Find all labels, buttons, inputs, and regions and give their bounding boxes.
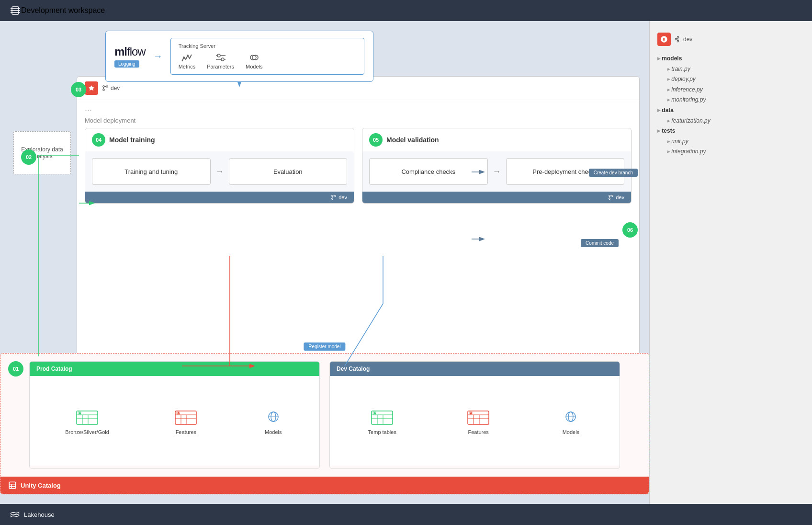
mlflow-arrow-icon: → [153,51,163,62]
svg-text:···: ··· [468,407,471,411]
svg-line-4 [677,38,677,39]
git-file-deploy: deploy.py [657,74,804,85]
git-dev-label: dev [675,36,692,43]
models-icon [248,53,260,62]
git-file-featurization: featurization.py [657,116,804,126]
git-file-train: train.py [657,64,804,75]
unity-catalog-bar: Unity Catalog [0,477,649,494]
mlflow-left: mlflow Logging [114,45,146,68]
git-file-unit: unit.py [657,137,804,147]
lakehouse-icon [10,509,20,520]
svg-line-5 [677,40,677,40]
git-provider-panel: Git provider dev models train.py deploy.… [649,0,812,525]
tracking-items: Metrics Parameters [179,53,356,69]
svg-point-26 [609,198,610,200]
register-model-label: Register model [304,342,345,351]
svg-text:···: ··· [77,407,79,411]
catalog-area: Prod Catalog A ··· [0,354,649,477]
svg-point-15 [103,86,105,88]
models-label: Models [246,64,262,69]
model-training-content: Training and tuning → Evaluation [85,151,354,192]
model-validation-footer: dev [362,192,631,203]
svg-text:···: ··· [175,407,178,411]
tracking-metrics: Metrics [179,53,195,69]
bottom-bar: Lakehouse [0,504,812,525]
model-validation-header: 05 Model validation [362,128,631,151]
model-boxes-container: 04 Model training Training and tuning → … [77,128,639,204]
top-bar-title: Development workspace [21,6,105,15]
step-06-circle: 06 [622,222,638,238]
svg-text:A: A [470,411,473,415]
prod-features-item: A ··· Features [174,407,197,435]
mlflow-logging: Logging [114,60,139,68]
git-folder-data: data [657,105,804,116]
step-01-circle: 01 [8,361,23,377]
mlflow-box: mlflow Logging → Tracking Server Metrics [105,31,373,82]
temp-tables-icon: A ··· [371,407,394,426]
git-badge [657,33,671,46]
unity-catalog-section: 01 Prod Catalog [0,353,649,494]
training-arrow-icon: → [215,167,224,177]
tracking-server-box: Tracking Server Metrics [170,38,364,75]
model-deployment-label: Model deployment [77,116,639,128]
git-file-inference: inference.py [657,85,804,95]
svg-point-16 [103,89,105,91]
bronze-icon: A ··· [76,407,99,426]
features-dev-label: Features [468,429,488,435]
dev-ws-label: dev [102,85,120,91]
metrics-icon [181,53,192,62]
svg-text:A: A [79,411,81,415]
prod-catalog-header: Prod Catalog [30,362,319,376]
step-02-circle: 02 [21,149,36,165]
create-dev-branch-label: Create dev branch [589,169,638,177]
svg-point-25 [609,195,610,197]
bottom-bar-title: Lakehouse [24,511,55,518]
commit-code-label: Commit code [581,239,619,247]
git-dev-header: dev [657,29,804,46]
step-05-circle: 05 [369,133,383,147]
git-file-integration: integration.py [657,147,804,157]
svg-point-9 [221,58,224,61]
svg-point-27 [612,195,613,197]
prod-models-item: Models [263,407,284,435]
dev-features-item: A ··· Features [467,407,490,435]
metrics-label: Metrics [179,64,195,69]
unity-icon [8,481,17,490]
bronze-label: Bronze/Silver/Gold [65,429,109,435]
dev-catalog-header: Dev Catalog [330,362,620,376]
dev-catalog: Dev Catalog A ··· [329,361,620,469]
features-prod-label: Features [176,429,196,435]
parameters-label: Parameters [207,64,234,69]
ws-dots: ... [77,100,639,116]
svg-point-20 [332,195,333,197]
svg-text:A: A [373,411,376,415]
step-03-circle: 03 [71,82,86,97]
svg-point-7 [187,55,189,57]
models-dev-icon [560,407,581,426]
mlflow-ml: ml [114,45,127,58]
unity-catalog-outer: 01 Prod Catalog [0,353,649,494]
dev-workspace-box: dev ... Model deployment 04 Model traini… [77,76,640,355]
dev-git-badge [85,81,98,95]
svg-point-17 [106,86,108,88]
git-branch-icon [102,85,109,91]
git-icon-footer-validation [608,194,614,200]
evaluation-box: Evaluation [229,158,348,185]
model-training-footer: dev [85,192,354,203]
parameters-icon [215,53,226,62]
svg-point-6 [183,57,185,58]
validation-arrow-icon: → [493,167,501,177]
step-04-circle: 04 [92,133,105,147]
dev-models-item: Models [560,407,581,435]
dev-catalog-content: A ··· Temp tables [330,376,620,466]
temp-tables-label: Temp tables [368,429,396,435]
model-validation-box: 05 Model validation Compliance checks → … [362,128,632,204]
models-dev-label: Models [563,429,579,435]
model-training-header: 04 Model training [85,128,354,151]
git-file-monitoring: monitoring.py [657,95,804,105]
svg-point-8 [217,54,220,57]
svg-point-21 [332,198,333,200]
mlflow-logo: mlflow [114,45,146,58]
git-icon-footer-training [331,194,337,200]
svg-rect-79 [9,482,16,489]
